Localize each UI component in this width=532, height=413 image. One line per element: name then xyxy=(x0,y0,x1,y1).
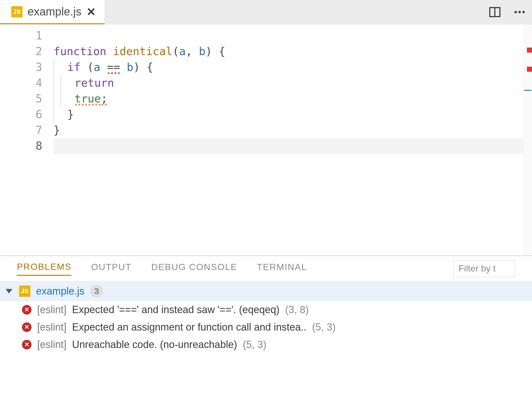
error-marker[interactable] xyxy=(527,67,532,72)
filter-placeholder: Filter by t xyxy=(459,263,496,274)
code-line[interactable] xyxy=(53,138,532,154)
problem-item[interactable]: [eslint] Unreachable code. (no-unreachab… xyxy=(0,336,532,353)
line-number: 3 xyxy=(0,59,42,75)
problem-item[interactable]: [eslint] Expected '===' and instead saw … xyxy=(0,301,532,318)
panel-tabbar: PROBLEMS OUTPUT DEBUG CONSOLE TERMINAL F… xyxy=(0,256,532,281)
problems-count-badge: 3 xyxy=(90,285,103,298)
code-editor[interactable]: 1 2 3 4 5 6 7 8 function identical(a, b)… xyxy=(0,24,532,255)
code-line[interactable]: if (a == b) { xyxy=(53,59,532,75)
line-number: 1 xyxy=(0,28,42,44)
js-icon xyxy=(11,6,23,17)
problem-message: Unreachable code. (no-unreachable) xyxy=(72,339,237,351)
code-line[interactable] xyxy=(53,28,532,44)
overview-ruler[interactable] xyxy=(524,24,532,255)
error-icon xyxy=(22,305,32,315)
problem-location: (5, 3) xyxy=(243,339,266,351)
problems-list: example.js 3 [eslint] Expected '===' and… xyxy=(0,281,532,413)
error-icon xyxy=(22,322,32,332)
cursor-position-marker xyxy=(524,90,531,91)
code-line[interactable]: return xyxy=(53,75,532,91)
split-editor-icon[interactable] xyxy=(482,5,507,19)
problem-source: [eslint] xyxy=(37,321,66,333)
error-squiggle: == xyxy=(107,61,120,75)
tab-terminal[interactable]: TERMINAL xyxy=(257,262,307,275)
problems-file-name: example.js xyxy=(36,285,84,297)
line-number: 5 xyxy=(0,91,42,107)
svg-point-2 xyxy=(515,11,517,14)
warning-squiggle: true xyxy=(74,92,101,107)
svg-point-3 xyxy=(518,11,521,14)
problem-message: Expected '===' and instead saw '=='. (eq… xyxy=(72,304,280,316)
close-icon[interactable]: ✕ xyxy=(86,5,96,18)
editor-tabbar: example.js ✕ xyxy=(0,0,532,24)
svg-point-4 xyxy=(522,11,525,14)
tab-example-js[interactable]: example.js ✕ xyxy=(0,0,104,24)
error-marker[interactable] xyxy=(527,48,532,53)
tab-filename: example.js xyxy=(28,5,81,18)
problems-file-group[interactable]: example.js 3 xyxy=(0,281,532,301)
problem-message: Expected an assignment or function call … xyxy=(72,321,307,333)
code-content[interactable]: function identical(a, b) { if (a == b) {… xyxy=(53,24,532,255)
tab-output[interactable]: OUTPUT xyxy=(91,262,132,275)
code-line[interactable]: function identical(a, b) { xyxy=(53,44,532,59)
tab-debug-console[interactable]: DEBUG CONSOLE xyxy=(151,262,237,275)
bottom-panel: PROBLEMS OUTPUT DEBUG CONSOLE TERMINAL F… xyxy=(0,255,532,413)
code-line[interactable]: true; xyxy=(53,91,532,107)
problem-source: [eslint] xyxy=(37,304,66,316)
line-number: 6 xyxy=(0,107,42,122)
problem-location: (3, 8) xyxy=(285,304,309,316)
line-number: 2 xyxy=(0,44,42,59)
error-icon xyxy=(22,340,32,349)
chevron-down-icon xyxy=(6,289,12,293)
code-line[interactable]: } xyxy=(53,107,532,122)
line-number: 7 xyxy=(0,122,42,138)
tab-problems[interactable]: PROBLEMS xyxy=(17,262,71,276)
problem-item[interactable]: [eslint] Expected an assignment or funct… xyxy=(0,318,532,336)
problem-location: (5, 3) xyxy=(312,321,336,333)
more-actions-icon[interactable] xyxy=(507,5,532,19)
line-number: 8 xyxy=(0,138,42,154)
js-icon xyxy=(19,286,30,297)
code-line[interactable]: } xyxy=(53,122,532,138)
line-number: 4 xyxy=(0,75,42,91)
problems-filter-input[interactable]: Filter by t xyxy=(453,260,515,277)
line-number-gutter: 1 2 3 4 5 6 7 8 xyxy=(0,24,53,255)
problem-source: [eslint] xyxy=(37,339,66,351)
